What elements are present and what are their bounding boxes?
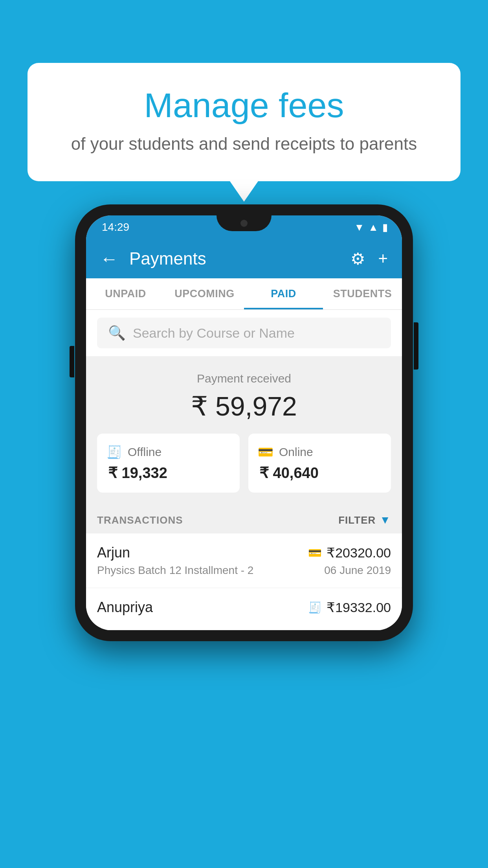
online-label: Online <box>279 445 313 459</box>
online-card: 💳 Online ₹ 40,640 <box>248 434 391 493</box>
search-box[interactable]: 🔍 Search by Course or Name <box>97 318 391 348</box>
add-button[interactable]: + <box>378 249 388 268</box>
transaction-top: Arjun 💳 ₹20320.00 <box>97 544 391 561</box>
offline-icon: 🧾 <box>106 445 122 460</box>
payment-type-icon: 💳 <box>308 546 322 559</box>
tab-unpaid[interactable]: UNPAID <box>86 278 165 309</box>
transaction-amount: ₹19332.00 <box>327 600 391 615</box>
transaction-amount-wrap: 💳 ₹20320.00 <box>308 545 391 561</box>
payment-total-amount: ₹ 59,972 <box>97 391 391 422</box>
phone-mockup: 14:29 ▼ ▲ ▮ ← Payments ⚙ + <box>75 204 413 641</box>
filter-label: FILTER <box>338 514 376 526</box>
tab-upcoming[interactable]: UPCOMING <box>165 278 244 309</box>
speech-bubble: Manage fees of your students and send re… <box>28 63 460 181</box>
status-bar: 14:29 ▼ ▲ ▮ <box>86 215 402 239</box>
transaction-course: Physics Batch 12 Installment - 2 <box>97 564 253 577</box>
filter-button[interactable]: FILTER ▼ <box>338 514 391 526</box>
app-bar: ← Payments ⚙ + <box>86 239 402 278</box>
notch <box>216 215 272 231</box>
bubble-subtitle: of your students and send receipts to pa… <box>59 134 429 154</box>
search-icon: 🔍 <box>108 325 126 341</box>
offline-card: 🧾 Offline ₹ 19,332 <box>97 434 240 493</box>
camera-dot <box>240 220 248 227</box>
online-icon: 💳 <box>258 445 273 460</box>
payment-summary: Payment received ₹ 59,972 🧾 Offline ₹ 19… <box>86 356 402 507</box>
transaction-top: Anupriya 🧾 ₹19332.00 <box>97 599 391 616</box>
transaction-amount-wrap: 🧾 ₹19332.00 <box>308 600 391 615</box>
tabs-row: UNPAID UPCOMING PAID STUDENTS <box>86 278 402 310</box>
transactions-header: TRANSACTIONS FILTER ▼ <box>86 507 402 533</box>
payment-cards: 🧾 Offline ₹ 19,332 💳 Online ₹ 40,640 <box>97 434 391 493</box>
tab-paid[interactable]: PAID <box>244 278 323 309</box>
transaction-amount: ₹20320.00 <box>327 545 391 561</box>
settings-button[interactable]: ⚙ <box>350 249 365 268</box>
transaction-name: Arjun <box>97 544 130 561</box>
payment-received-label: Payment received <box>97 372 391 385</box>
wifi-icon: ▼ <box>354 221 365 234</box>
transaction-name: Anupriya <box>97 599 153 616</box>
offline-label: Offline <box>128 445 161 459</box>
status-time: 14:29 <box>102 221 129 234</box>
transactions-label: TRANSACTIONS <box>97 514 183 526</box>
online-amount: ₹ 40,640 <box>258 464 382 482</box>
status-icons: ▼ ▲ ▮ <box>354 221 388 234</box>
app-bar-actions: ⚙ + <box>350 249 388 268</box>
signal-icon: ▲ <box>368 221 378 234</box>
phone-outer: 14:29 ▼ ▲ ▮ ← Payments ⚙ + <box>75 204 413 641</box>
offline-amount: ₹ 19,332 <box>106 464 230 482</box>
offline-card-header: 🧾 Offline <box>106 445 230 460</box>
search-placeholder: Search by Course or Name <box>133 326 295 341</box>
table-row[interactable]: Anupriya 🧾 ₹19332.00 <box>86 588 402 630</box>
search-wrap: 🔍 Search by Course or Name <box>86 310 402 356</box>
transaction-bottom: Physics Batch 12 Installment - 2 06 June… <box>97 564 391 577</box>
online-card-header: 💳 Online <box>258 445 382 460</box>
tab-students[interactable]: STUDENTS <box>323 278 402 309</box>
filter-icon: ▼ <box>380 514 391 526</box>
back-button[interactable]: ← <box>100 248 118 269</box>
payment-type-icon: 🧾 <box>308 601 322 614</box>
transaction-date: 06 June 2019 <box>324 564 391 577</box>
app-title: Payments <box>129 249 350 268</box>
bubble-title: Manage fees <box>59 86 429 125</box>
phone-screen: 14:29 ▼ ▲ ▮ ← Payments ⚙ + <box>86 215 402 630</box>
speech-bubble-section: Manage fees of your students and send re… <box>28 63 460 181</box>
battery-icon: ▮ <box>382 221 388 234</box>
table-row[interactable]: Arjun 💳 ₹20320.00 Physics Batch 12 Insta… <box>86 533 402 588</box>
